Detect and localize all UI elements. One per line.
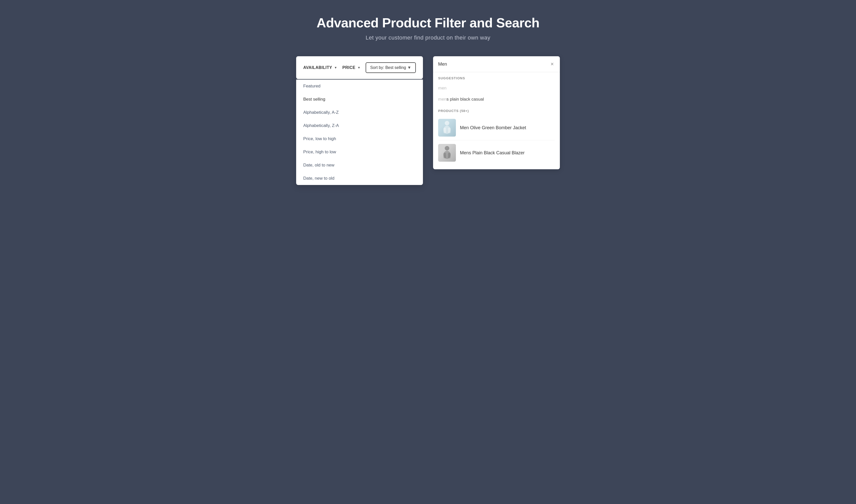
page-header: Advanced Product Filter and Search Let y… bbox=[317, 15, 540, 41]
availability-filter-button[interactable]: AVAILABILITY ▼ bbox=[303, 65, 337, 70]
page-subtitle: Let your customer find product on their … bbox=[317, 34, 540, 41]
svg-point-0 bbox=[445, 121, 449, 125]
suggestion-men[interactable]: men bbox=[438, 83, 555, 94]
svg-rect-3 bbox=[448, 128, 451, 133]
price-filter-button[interactable]: PRICE ▼ bbox=[342, 65, 361, 70]
sort-dropdown-menu: Featured Best selling Alphabetically, A-… bbox=[296, 79, 423, 185]
suggestion-mens-rest: s plain black casual bbox=[447, 97, 484, 102]
product-thumb-bomber bbox=[438, 119, 456, 137]
sort-option-alpha-az[interactable]: Alphabetically, A-Z bbox=[296, 106, 423, 119]
suggestions-section: SUGGESTIONS men mens plain black casual bbox=[433, 72, 560, 105]
products-section: PRODUCTS (58+) Men Olive Green Bomber Ja… bbox=[433, 105, 560, 169]
availability-chevron-icon: ▼ bbox=[334, 66, 337, 69]
page-title: Advanced Product Filter and Search bbox=[317, 15, 540, 31]
sort-option-best-selling[interactable]: Best selling bbox=[296, 93, 423, 106]
sort-option-price-low-high[interactable]: Price, low to high bbox=[296, 132, 423, 145]
product-name-bomber: Men Olive Green Bomber Jacket bbox=[460, 125, 526, 130]
blazer-person-icon bbox=[441, 145, 453, 160]
clear-search-button[interactable]: × bbox=[549, 60, 555, 68]
suggestion-men-match: men bbox=[438, 86, 447, 90]
right-panel: × SUGGESTIONS men mens plain black casua… bbox=[433, 56, 560, 169]
sort-chevron-down-icon: ▼ bbox=[407, 65, 411, 70]
search-box: × SUGGESTIONS men mens plain black casua… bbox=[433, 56, 560, 169]
product-name-blazer: Mens Plain Black Casual Blazer bbox=[460, 150, 525, 156]
suggestion-mens-plain[interactable]: mens plain black casual bbox=[438, 94, 555, 105]
sort-dropdown-wrapper: Sort by: Best selling ▼ bbox=[366, 62, 416, 73]
filter-bar: AVAILABILITY ▼ PRICE ▼ Sort by: Best sel… bbox=[296, 56, 423, 79]
search-input[interactable] bbox=[438, 61, 549, 67]
availability-label: AVAILABILITY bbox=[303, 65, 332, 70]
search-input-row: × bbox=[433, 56, 560, 72]
svg-rect-6 bbox=[443, 153, 446, 158]
price-chevron-icon: ▼ bbox=[357, 66, 361, 69]
bomber-person-icon bbox=[441, 120, 453, 135]
product-thumb-blazer bbox=[438, 144, 456, 162]
sort-dropdown-button[interactable]: Sort by: Best selling ▼ bbox=[366, 62, 416, 73]
product-item-bomber[interactable]: Men Olive Green Bomber Jacket bbox=[438, 115, 555, 140]
sort-label: Sort by: Best selling bbox=[370, 65, 406, 70]
panels-container: AVAILABILITY ▼ PRICE ▼ Sort by: Best sel… bbox=[289, 56, 567, 185]
svg-rect-2 bbox=[443, 128, 446, 133]
sort-option-price-high-low[interactable]: Price, high to low bbox=[296, 145, 423, 159]
left-panel: AVAILABILITY ▼ PRICE ▼ Sort by: Best sel… bbox=[296, 56, 423, 185]
sort-option-alpha-za[interactable]: Alphabetically, Z-A bbox=[296, 119, 423, 132]
sort-value: Best selling bbox=[385, 65, 406, 70]
price-label: PRICE bbox=[342, 65, 355, 70]
sort-option-featured[interactable]: Featured bbox=[296, 79, 423, 93]
svg-point-4 bbox=[445, 146, 449, 150]
product-item-blazer[interactable]: Mens Plain Black Casual Blazer bbox=[438, 140, 555, 165]
sort-option-date-old-new[interactable]: Date, old to new bbox=[296, 159, 423, 172]
suggestions-label: SUGGESTIONS bbox=[438, 76, 555, 80]
svg-rect-7 bbox=[448, 153, 451, 158]
sort-option-date-new-old[interactable]: Date, new to old bbox=[296, 172, 423, 185]
search-results-footer bbox=[438, 165, 555, 169]
products-label: PRODUCTS (58+) bbox=[438, 109, 555, 113]
suggestion-mens-match: men bbox=[438, 97, 447, 102]
